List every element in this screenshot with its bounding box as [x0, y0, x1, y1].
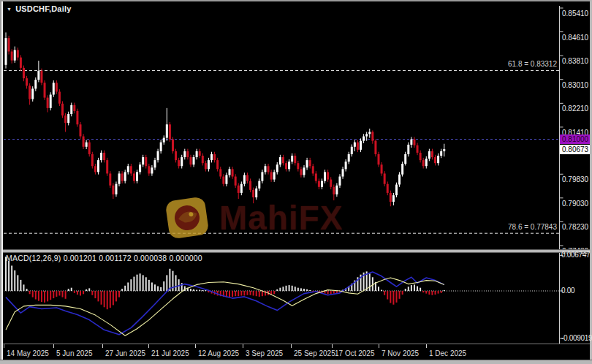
macd-main-line	[6, 272, 444, 335]
macd-axis-label: 0.00	[561, 287, 574, 295]
price-axis-label: 0.79830	[562, 175, 588, 183]
watermark-text: MahiFX	[219, 198, 344, 238]
price-axis-label: 0.82210	[562, 105, 588, 113]
chart-canvas[interactable]	[0, 0, 592, 364]
symbol-period-label[interactable]: ▼ USDCHF,Daily	[7, 4, 72, 13]
window-frame-top	[0, 0, 592, 1]
candles-layer	[5, 32, 446, 206]
time-axis-label: 14 May 2025	[7, 349, 49, 357]
order-price-flag: 0.81000	[560, 134, 591, 144]
window-frame-left-highlight	[1, 1, 3, 361]
price-axis-label: 0.84610	[562, 34, 588, 42]
fibonacci-level-label[interactable]: 78.6 = 0.77843	[508, 223, 557, 231]
price-axis-label: 0.78230	[562, 223, 588, 231]
time-axis-label: 7 Nov 2025	[382, 349, 419, 357]
symbol-period-text: USDCHF,Daily	[15, 4, 71, 13]
price-axis-label: 0.79030	[562, 200, 588, 208]
macd-histogram-layer	[4, 257, 559, 309]
macd-indicator-label: MACD(12,26,9) 0.001201 0.001172 0.000038…	[6, 254, 202, 262]
time-axis-label: 17 Oct 2025	[335, 349, 374, 357]
time-axis-label: 25 Sep 2025	[294, 349, 335, 357]
axis-chrome-layer	[4, 6, 563, 348]
price-axis-label: 0.83010	[562, 81, 588, 89]
fibonacci-level-label[interactable]: 61.8 = 0.83312	[508, 60, 557, 68]
dropdown-arrow-icon[interactable]: ▼	[7, 7, 12, 12]
time-axis-label: 12 Aug 2025	[198, 349, 239, 357]
macd-axis-label: -0.009019	[561, 334, 592, 342]
time-axis-label: 3 Sep 2025	[246, 349, 283, 357]
window-frame-bottom	[0, 360, 592, 364]
mt4-chart-window: MahiFX ▼ USDCHF,Daily MACD(12,26,9) 0.00…	[0, 0, 592, 364]
time-axis-label: 27 Jun 2025	[105, 349, 145, 357]
broker-watermark: MahiFX	[164, 196, 344, 240]
broker-logo-icon	[164, 196, 210, 240]
panel-divider[interactable]	[0, 249, 592, 253]
bid-price-flag: 0.80673	[560, 145, 591, 154]
macd-axis-label: 0.006747	[561, 251, 590, 259]
price-axis-label: 0.83810	[562, 57, 588, 65]
macd-signal-line	[6, 278, 444, 335]
time-axis-label: 21 Jul 2025	[151, 349, 189, 357]
time-axis-label: 1 Dec 2025	[429, 349, 466, 357]
time-axis-separator	[0, 344, 591, 344]
time-axis-label: 5 Jun 2025	[56, 349, 93, 357]
time-axis[interactable]: 14 May 20255 Jun 202527 Jun 202521 Jul 2…	[0, 344, 591, 360]
price-axis-label: 0.85410	[562, 10, 588, 18]
